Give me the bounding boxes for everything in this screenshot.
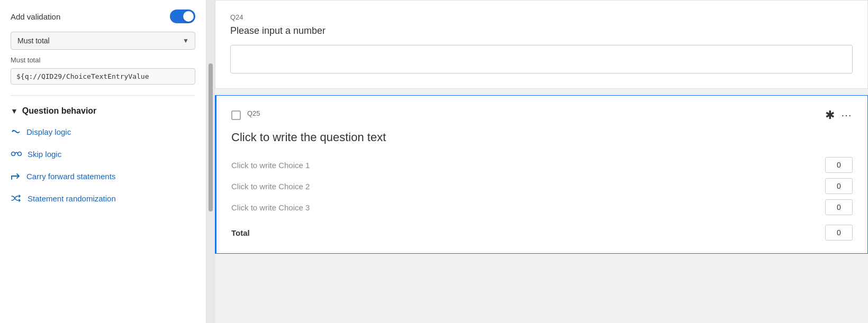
- svg-point-0: [12, 152, 15, 156]
- total-label: Total: [231, 228, 250, 237]
- scrollbar[interactable]: [206, 0, 215, 323]
- q24-title: Please input a number: [230, 25, 853, 36]
- choice-row-2: Click to write Choice 2: [231, 176, 853, 196]
- carry-forward-item[interactable]: Carry forward statements: [11, 171, 195, 181]
- validation-toggle[interactable]: [170, 10, 195, 23]
- validation-label: Add validation: [11, 12, 60, 21]
- statement-randomization-label: Statement randomization: [28, 194, 116, 203]
- question-behavior-title: Question behavior: [22, 106, 96, 116]
- q25-actions: ✱ ⋯: [825, 108, 853, 122]
- q24-input[interactable]: [230, 45, 853, 73]
- question-behavior-section[interactable]: ▼ Question behavior: [11, 106, 195, 116]
- star-icon[interactable]: ✱: [825, 108, 835, 122]
- toggle-thumb: [183, 11, 194, 22]
- q25-header: Q25 ✱ ⋯: [231, 108, 853, 122]
- q24-id: Q24: [230, 13, 853, 21]
- display-logic-item[interactable]: Display logic: [11, 126, 195, 137]
- choice-row-1: Click to write Choice 1: [231, 155, 853, 175]
- skip-logic-icon: [11, 149, 22, 159]
- randomization-icon: [11, 193, 22, 204]
- svg-point-1: [18, 152, 22, 156]
- right-content: Q24 Please input a number Q25 ✱ ⋯ Click …: [215, 0, 868, 323]
- choice-1-input[interactable]: [825, 157, 853, 173]
- total-row: Total: [231, 219, 853, 241]
- choice-row-3: Click to write Choice 3: [231, 197, 853, 217]
- skip-logic-label: Skip logic: [28, 150, 61, 159]
- chevron-down-icon: ▼: [11, 107, 18, 115]
- q25-question-text[interactable]: Click to write the question text: [231, 131, 853, 144]
- must-total-label: Must total: [11, 56, 195, 64]
- choice-2-label[interactable]: Click to write Choice 2: [231, 182, 310, 191]
- skip-logic-item[interactable]: Skip logic: [11, 149, 195, 159]
- validation-row: Add validation: [11, 10, 195, 23]
- carry-forward-icon: [11, 171, 21, 181]
- toggle-track: [170, 10, 195, 23]
- scrollbar-thumb[interactable]: [209, 63, 213, 211]
- more-options-icon[interactable]: ⋯: [841, 109, 853, 122]
- q25-id: Q25: [247, 109, 260, 117]
- formula-input[interactable]: ${q://QID29/ChoiceTextEntryValue: [11, 68, 195, 85]
- choice-2-input[interactable]: [825, 178, 853, 194]
- q25-checkbox[interactable]: [231, 110, 241, 120]
- carry-forward-label: Carry forward statements: [26, 172, 115, 181]
- choice-3-label[interactable]: Click to write Choice 3: [231, 203, 310, 212]
- q25-left: Q25: [231, 109, 260, 122]
- q25-card: Q25 ✱ ⋯ Click to write the question text…: [215, 95, 868, 254]
- q24-card: Q24 Please input a number: [215, 0, 868, 89]
- validation-type-select[interactable]: Must total Must equal Min value Max valu…: [11, 32, 195, 50]
- choice-1-label[interactable]: Click to write Choice 1: [231, 161, 310, 170]
- total-input[interactable]: [825, 225, 853, 241]
- choice-3-input[interactable]: [825, 199, 853, 215]
- statement-randomization-item[interactable]: Statement randomization: [11, 193, 195, 204]
- validation-type-dropdown[interactable]: Must total Must equal Min value Max valu…: [11, 32, 195, 50]
- display-logic-label: Display logic: [26, 127, 71, 136]
- left-panel: Add validation Must total Must equal Min…: [0, 0, 206, 323]
- display-logic-icon: [11, 126, 21, 137]
- divider: [11, 95, 195, 96]
